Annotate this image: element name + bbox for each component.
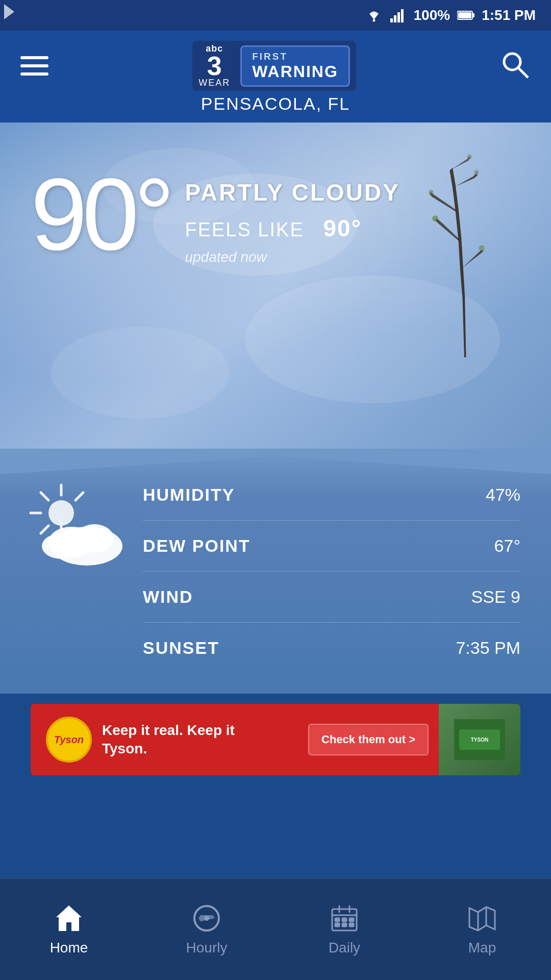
svg-rect-39 [335, 918, 339, 921]
svg-rect-4 [401, 9, 404, 22]
temperature-display: 90° [31, 163, 169, 265]
dewpoint-value: 67° [494, 536, 520, 556]
svg-point-10 [432, 215, 438, 221]
station-call: WEAR [198, 78, 230, 88]
status-bar: 100% 1:51 PM [0, 0, 551, 31]
svg-rect-2 [394, 15, 396, 22]
map-label: Map [468, 940, 496, 956]
svg-marker-31 [56, 905, 82, 931]
feels-like-label: FEELS LIKE [185, 219, 304, 240]
sunset-row: SUNSET 7:35 PM [143, 623, 520, 673]
weather-main: 90° PARTLY CLOUDY FEELS LIKE 90° updated… [31, 163, 400, 265]
nav-daily[interactable]: Daily [276, 878, 413, 980]
channel-number: 3 [207, 54, 222, 78]
svg-line-19 [41, 493, 48, 500]
map-icon [467, 903, 497, 934]
app-header: abc 3 WEAR FIRST WARNING PENSACOLA, FL [0, 31, 551, 122]
feels-like-temp: 90° [323, 215, 362, 241]
nav-home[interactable]: Home [0, 878, 138, 980]
dewpoint-row: DEW POINT 67° [143, 521, 520, 572]
svg-rect-41 [349, 918, 354, 921]
svg-text:TYSON: TYSON [471, 737, 488, 743]
ad-product-image: TYSON [454, 719, 505, 760]
sunset-value: 7:35 PM [456, 638, 520, 658]
status-icons: 100% 1:51 PM [365, 7, 536, 23]
warning-label: WARNING [252, 62, 338, 81]
ad-left[interactable]: Tyson Keep it real. Keep it Tyson. [31, 704, 298, 775]
battery-icon [457, 10, 474, 20]
battery-text: 100% [414, 7, 450, 23]
svg-point-34 [205, 917, 208, 920]
weather-hero: 90° PARTLY CLOUDY FEELS LIKE 90° updated… [0, 122, 551, 449]
wind-row: WIND SSE 9 [143, 572, 520, 623]
svg-point-8 [504, 54, 520, 70]
logo-badge: abc 3 WEAR FIRST WARNING [192, 41, 356, 91]
svg-point-11 [429, 190, 433, 194]
wifi-icon [365, 8, 383, 22]
svg-line-20 [76, 493, 83, 500]
hourly-icon [191, 903, 222, 934]
ad-tagline: Keep it real. Keep it Tyson. [102, 721, 283, 758]
ad-banner[interactable]: Tyson Keep it real. Keep it Tyson. Check… [0, 694, 551, 786]
ad-image: TYSON [439, 704, 520, 775]
svg-rect-43 [342, 923, 346, 926]
ad-cta-button[interactable]: Check them out > [308, 724, 429, 755]
ad-content[interactable]: Tyson Keep it real. Keep it Tyson. Check… [31, 704, 520, 775]
tyson-logo: Tyson [46, 717, 92, 763]
sunset-label: SUNSET [143, 638, 219, 658]
updated-text: updated now [185, 249, 400, 265]
svg-rect-40 [342, 918, 346, 921]
bottom-navigation: Home Hourly Daily [0, 878, 551, 980]
svg-marker-15 [0, 449, 551, 474]
humidity-value: 47% [486, 485, 520, 505]
svg-marker-45 [469, 907, 495, 930]
humidity-row: HUMIDITY 47% [143, 470, 520, 521]
tree-silhouette [408, 153, 520, 357]
ad-cta[interactable]: Check them out > [298, 704, 439, 775]
svg-line-9 [518, 68, 528, 78]
daily-icon [329, 903, 360, 934]
home-icon [54, 903, 84, 934]
nav-hourly[interactable]: Hourly [138, 878, 276, 980]
signal-icon [390, 8, 407, 22]
svg-rect-42 [335, 923, 339, 926]
svg-point-26 [42, 533, 81, 559]
svg-rect-6 [472, 13, 474, 17]
feels-like: FEELS LIKE 90° [185, 214, 400, 242]
menu-button[interactable] [20, 56, 48, 76]
humidity-label: HUMIDITY [143, 485, 235, 505]
weather-details: HUMIDITY 47% DEW POINT 67° WIND SSE 9 SU… [0, 449, 551, 694]
chevron-divider [0, 449, 551, 474]
home-label: Home [50, 940, 88, 956]
svg-point-25 [75, 524, 114, 553]
daily-label: Daily [329, 940, 360, 956]
first-label: FIRST [252, 51, 338, 62]
svg-point-22 [48, 500, 74, 526]
svg-point-13 [474, 170, 479, 175]
svg-rect-3 [397, 12, 400, 22]
logo-area: abc 3 WEAR FIRST WARNING [192, 41, 356, 91]
wind-label: WIND [143, 587, 193, 607]
condition-text: PARTLY CLOUDY [185, 179, 400, 206]
partly-cloudy-icon [20, 480, 133, 582]
svg-rect-7 [458, 12, 471, 18]
header-row: abc 3 WEAR FIRST WARNING [20, 41, 531, 91]
nav-map[interactable]: Map [413, 878, 551, 980]
weather-info: PARTLY CLOUDY FEELS LIKE 90° updated now [169, 163, 400, 265]
first-warning-badge: FIRST WARNING [240, 45, 350, 87]
svg-point-12 [479, 246, 485, 251]
content-spacer [0, 786, 551, 888]
svg-line-21 [41, 526, 48, 533]
svg-point-0 [372, 19, 375, 22]
weather-stats: HUMIDITY 47% DEW POINT 67° WIND SSE 9 SU… [143, 470, 520, 673]
wind-value: SSE 9 [471, 587, 520, 607]
dewpoint-label: DEW POINT [143, 536, 251, 556]
location-label: PENSACOLA, FL [201, 94, 350, 114]
svg-rect-1 [390, 18, 393, 22]
search-button[interactable] [500, 50, 531, 82]
svg-point-14 [467, 154, 472, 159]
time-display: 1:51 PM [482, 7, 536, 23]
svg-rect-44 [349, 923, 354, 926]
hourly-label: Hourly [186, 940, 228, 956]
